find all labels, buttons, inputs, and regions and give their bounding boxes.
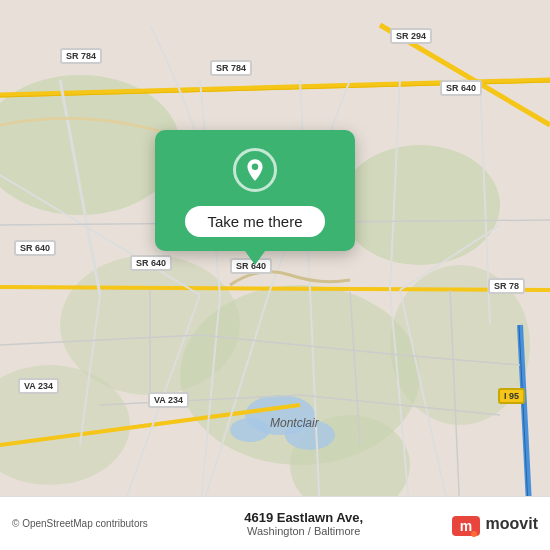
city-text: Washington / Baltimore: [247, 525, 360, 537]
map-container: SR 784 SR 784 SR 294 SR 640 SR 640 SR 64…: [0, 0, 550, 550]
road-badge-sr640-mid: SR 640: [130, 255, 172, 271]
road-badge-sr640-left: SR 640: [14, 240, 56, 256]
address-text: 4619 Eastlawn Ave,: [244, 510, 363, 525]
moovit-icon: m: [450, 508, 482, 540]
map-pin-icon: [242, 157, 268, 183]
road-badge-i95: I 95: [498, 388, 525, 404]
moovit-text: moovit: [486, 515, 538, 533]
svg-text:m: m: [459, 518, 471, 534]
svg-point-43: [252, 164, 259, 171]
take-me-there-button[interactable]: Take me there: [185, 206, 324, 237]
road-badge-va234-mid: VA 234: [148, 392, 189, 408]
address-block: 4619 Eastlawn Ave, Washington / Baltimor…: [158, 510, 450, 537]
road-badge-sr784-left: SR 784: [60, 48, 102, 64]
svg-point-10: [230, 418, 270, 442]
road-badge-sr784-mid: SR 784: [210, 60, 252, 76]
road-badge-sr294: SR 294: [390, 28, 432, 44]
popup-card: Take me there: [155, 130, 355, 251]
svg-point-46: [471, 531, 477, 537]
road-badge-va234-left: VA 234: [18, 378, 59, 394]
montclair-label: Montclair: [270, 416, 319, 430]
location-icon-wrapper: [233, 148, 277, 192]
bottom-bar: © OpenStreetMap contributors 4619 Eastla…: [0, 496, 550, 550]
svg-point-2: [340, 145, 500, 265]
road-badge-sr78: SR 78: [488, 278, 525, 294]
osm-attribution: © OpenStreetMap contributors: [12, 518, 158, 529]
moovit-logo: m moovit: [450, 508, 538, 540]
road-badge-sr640-right: SR 640: [440, 80, 482, 96]
